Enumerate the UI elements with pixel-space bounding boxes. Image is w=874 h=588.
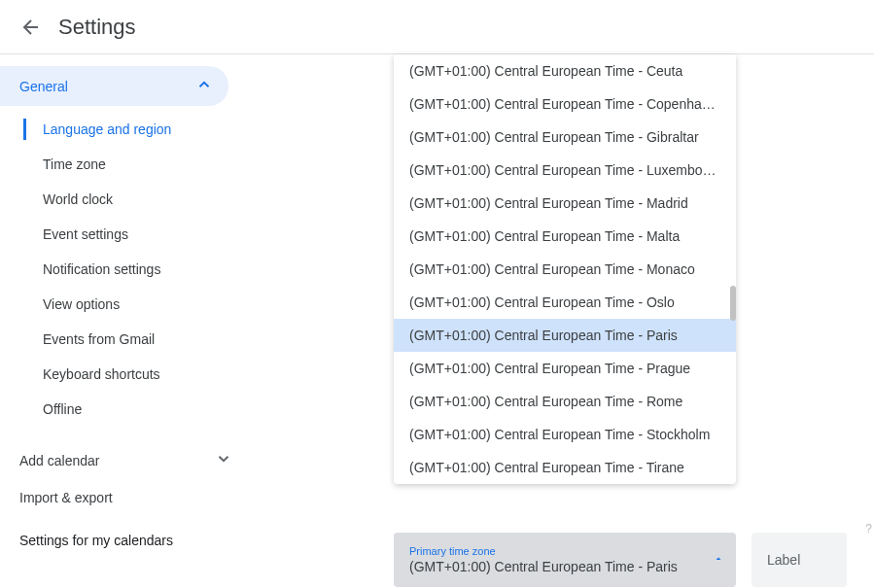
back-button[interactable] xyxy=(12,8,51,47)
caret-up-icon xyxy=(713,552,724,568)
sidebar-item-label: View options xyxy=(43,296,120,312)
sidebar-item-events-from-gmail[interactable]: Events from Gmail xyxy=(0,322,248,357)
sidebar-add-calendar-label: Add calendar xyxy=(19,453,100,468)
sidebar-import-export[interactable]: Import & export xyxy=(0,480,248,515)
chevron-down-icon xyxy=(215,450,232,470)
sidebar-item-label: Time zone xyxy=(43,156,106,172)
sidebar-section-general-label: General xyxy=(19,79,68,94)
sidebar-item-world-clock[interactable]: World clock xyxy=(0,182,248,217)
sidebar-my-calendars-heading: Settings for my calendars xyxy=(0,515,248,558)
label-placeholder: Label xyxy=(767,552,800,568)
timezone-option[interactable]: (GMT+01:00) Central European Time - Luxe… xyxy=(394,154,736,187)
timezone-option[interactable]: (GMT+01:00) Central European Time - Prag… xyxy=(394,352,736,385)
timezone-option[interactable]: (GMT+01:00) Central European Time - Malt… xyxy=(394,220,736,253)
content-area: General Language and region Time zone Wo… xyxy=(0,54,874,588)
timezone-dropdown[interactable]: (GMT+01:00) Central European Time - Ceut… xyxy=(394,54,736,484)
sidebar-items: Language and region Time zone World cloc… xyxy=(0,112,248,427)
main-area: (GMT+01:00) Central European Time - Ceut… xyxy=(248,54,874,588)
sidebar-item-label: Offline xyxy=(43,401,82,417)
timezone-option[interactable]: (GMT+01:00) Central European Time - Pari… xyxy=(394,319,736,352)
sidebar-item-keyboard-shortcuts[interactable]: Keyboard shortcuts xyxy=(0,357,248,392)
sidebar-item-label: Events from Gmail xyxy=(43,331,155,347)
primary-timezone-label-input[interactable]: Label xyxy=(752,533,847,587)
arrow-left-icon xyxy=(19,16,43,39)
timezone-option[interactable]: (GMT+01:00) Central European Time - Oslo xyxy=(394,286,736,319)
timezone-option[interactable]: (GMT+01:00) Central European Time - Gibr… xyxy=(394,121,736,154)
chevron-up-icon xyxy=(195,76,213,96)
sidebar-item-offline[interactable]: Offline xyxy=(0,392,248,427)
sidebar-item-notification-settings[interactable]: Notification settings xyxy=(0,252,248,287)
timezone-option[interactable]: (GMT+01:00) Central European Time - Madr… xyxy=(394,187,736,220)
timezone-option[interactable]: (GMT+01:00) Central European Time - Stoc… xyxy=(394,418,736,451)
timezone-dropdown-scroll[interactable]: (GMT+01:00) Central European Time - Ceut… xyxy=(394,54,736,484)
sidebar: General Language and region Time zone Wo… xyxy=(0,54,248,588)
sidebar-item-label: Language and region xyxy=(43,121,171,137)
help-icon[interactable]: ? xyxy=(865,522,872,536)
sidebar-import-export-label: Import & export xyxy=(19,490,113,505)
primary-timezone-value: (GMT+01:00) Central European Time - Pari… xyxy=(409,559,724,574)
sidebar-bottom: Add calendar Import & export Settings fo… xyxy=(0,440,248,558)
timezone-option[interactable]: (GMT+01:00) Central European Time - Cope… xyxy=(394,87,736,121)
sidebar-add-calendar[interactable]: Add calendar xyxy=(0,440,248,480)
sidebar-item-event-settings[interactable]: Event settings xyxy=(0,217,248,252)
sidebar-item-language-region[interactable]: Language and region xyxy=(0,112,248,147)
sidebar-item-label: Event settings xyxy=(43,226,128,242)
sidebar-item-label: Keyboard shortcuts xyxy=(43,366,160,382)
timezone-option[interactable]: (GMT+01:00) Central European Time - Tira… xyxy=(394,451,736,484)
timezone-option[interactable]: (GMT+01:00) Central European Time - Mona… xyxy=(394,253,736,286)
sidebar-item-view-options[interactable]: View options xyxy=(0,287,248,322)
timezone-option[interactable]: (GMT+01:00) Central European Time - Ceut… xyxy=(394,54,736,87)
sidebar-item-label: World clock xyxy=(43,191,113,207)
sidebar-item-time-zone[interactable]: Time zone xyxy=(0,147,248,182)
page-title: Settings xyxy=(58,15,136,40)
primary-timezone-select[interactable]: Primary time zone (GMT+01:00) Central Eu… xyxy=(394,533,736,587)
scrollbar-thumb[interactable] xyxy=(730,286,736,321)
timezone-option[interactable]: (GMT+01:00) Central European Time - Rome xyxy=(394,385,736,418)
primary-timezone-label: Primary time zone xyxy=(409,545,724,557)
sidebar-item-label: Notification settings xyxy=(43,261,160,277)
settings-header: Settings xyxy=(0,0,874,54)
sidebar-section-general[interactable]: General xyxy=(0,66,228,106)
